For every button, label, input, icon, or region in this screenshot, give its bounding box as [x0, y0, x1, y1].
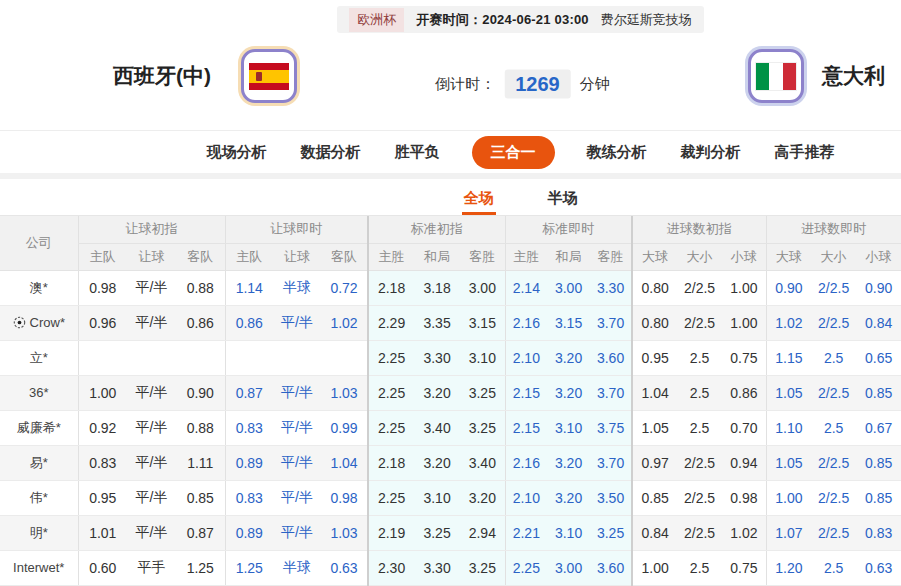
company-cell: 伟* — [0, 480, 78, 515]
sub-header: 主队 — [78, 243, 127, 270]
company-name: 36* — [29, 385, 49, 400]
countdown-label: 倒计时： — [435, 75, 495, 94]
ball-icon — [13, 315, 30, 330]
odds-value: 0.72 — [321, 270, 368, 305]
odds-value: 3.10 — [460, 340, 505, 375]
sub-header: 和局 — [547, 243, 590, 270]
odds-value: 1.05 — [766, 375, 811, 410]
sub-header: 小球 — [856, 243, 901, 270]
sub-header: 让球 — [127, 243, 176, 270]
odds-value: 3.00 — [460, 270, 505, 305]
sub-header: 大小 — [677, 243, 722, 270]
nav-tab-coach-analysis[interactable]: 教练分析 — [585, 136, 649, 169]
odds-value: 0.75 — [722, 340, 766, 375]
odds-row: 36*1.00平/半0.900.87平/半1.032.253.203.252.1… — [0, 375, 901, 410]
odds-value: 2.5 — [811, 340, 856, 375]
odds-value: 2.21 — [505, 515, 547, 550]
odds-value: 2.14 — [505, 270, 547, 305]
odds-value: 1.02 — [722, 515, 766, 550]
odds-value: 0.87 — [176, 515, 225, 550]
odds-value: 3.40 — [414, 410, 460, 445]
odds-value: 0.65 — [856, 340, 901, 375]
company-cell: Interwet* — [0, 550, 78, 585]
odds-table: 公司让球初指让球即时标准初指标准即时进球数初指进球数即时主队让球客队主队让球客队… — [0, 216, 901, 586]
odds-value: 1.00 — [78, 375, 127, 410]
odds-value: 2.15 — [505, 375, 547, 410]
tab-half-match[interactable]: 半场 — [546, 189, 580, 215]
sub-header: 和局 — [414, 243, 460, 270]
odds-row: 伟*0.95平/半0.850.83平/半0.982.253.103.202.10… — [0, 480, 901, 515]
sub-header: 主胜 — [505, 243, 547, 270]
odds-value: 3.70 — [590, 375, 632, 410]
nav-tab-data-analysis[interactable]: 数据分析 — [299, 136, 363, 169]
odds-value: 0.95 — [632, 340, 677, 375]
odds-value: 3.30 — [414, 550, 460, 585]
odds-value: 1.04 — [321, 445, 368, 480]
odds-value: 2.5 — [811, 550, 856, 585]
nav-tab-referee-analysis[interactable]: 裁判分析 — [679, 136, 743, 169]
odds-value: 2.16 — [505, 305, 547, 340]
odds-value: 0.88 — [176, 410, 225, 445]
odds-value: 0.85 — [176, 480, 225, 515]
odds-value: 平/半 — [273, 515, 321, 550]
nav-tab-three-in-one[interactable]: 三合一 — [472, 136, 555, 169]
odds-value: 3.20 — [414, 375, 460, 410]
odds-value: 1.25 — [176, 550, 225, 585]
odds-value: 0.80 — [632, 270, 677, 305]
odds-value: 2.5 — [677, 375, 722, 410]
scope-tabs-bar: 全场半场 — [0, 179, 901, 216]
odds-value: 平/半 — [273, 445, 321, 480]
odds-value: 1.04 — [632, 375, 677, 410]
odds-value: 0.99 — [321, 410, 368, 445]
group-header-goals-initial: 进球数初指 — [632, 216, 766, 243]
odds-value: 0.86 — [722, 375, 766, 410]
odds-value — [225, 340, 273, 375]
odds-value: 3.10 — [414, 480, 460, 515]
odds-value: 3.30 — [414, 340, 460, 375]
odds-value: 0.97 — [632, 445, 677, 480]
odds-value: 0.83 — [856, 515, 901, 550]
nav-tab-win-draw-lose[interactable]: 胜平负 — [393, 136, 442, 169]
odds-value: 1.02 — [321, 305, 368, 340]
odds-value: 3.25 — [460, 410, 505, 445]
odds-value: 0.60 — [78, 550, 127, 585]
nav-tab-expert-picks[interactable]: 高手推荐 — [773, 136, 837, 169]
company-name: 明* — [30, 525, 48, 540]
tab-full-match[interactable]: 全场 — [462, 189, 496, 215]
home-team: 西班牙(中) — [113, 49, 297, 103]
odds-value: 1.07 — [766, 515, 811, 550]
odds-value: 0.85 — [632, 480, 677, 515]
odds-row: 明*1.01平/半0.870.89平/半1.032.193.252.942.21… — [0, 515, 901, 550]
odds-value: 2.94 — [460, 515, 505, 550]
odds-value: 平/半 — [127, 480, 176, 515]
venue: 费尔廷斯竞技场 — [601, 11, 692, 29]
away-team-name: 意大利 — [822, 62, 885, 90]
away-flag-box — [748, 49, 804, 103]
league-badge: 欧洲杯 — [349, 8, 404, 32]
company-name: 澳* — [30, 280, 48, 295]
odds-value: 2/2.5 — [677, 445, 722, 480]
odds-value: 1.14 — [225, 270, 273, 305]
sub-header: 客胜 — [460, 243, 505, 270]
odds-value: 平/半 — [273, 375, 321, 410]
nav-tab-live-analysis[interactable]: 现场分析 — [205, 136, 269, 169]
company-name: 伟* — [30, 490, 48, 505]
company-cell: 威廉希* — [0, 410, 78, 445]
spain-flag-icon — [249, 63, 289, 90]
odds-value: 平/半 — [127, 445, 176, 480]
odds-value: 平/半 — [127, 305, 176, 340]
odds-value: 0.86 — [176, 305, 225, 340]
odds-value: 3.20 — [547, 445, 590, 480]
odds-value: 2/2.5 — [811, 445, 856, 480]
page: 欧洲杯 开赛时间：2024-06-21 03:00 费尔廷斯竞技场 西班牙(中)… — [0, 0, 901, 586]
odds-value: 0.84 — [632, 515, 677, 550]
sub-header: 大球 — [766, 243, 811, 270]
odds-value — [176, 340, 225, 375]
odds-value: 3.15 — [460, 305, 505, 340]
odds-value: 0.63 — [321, 550, 368, 585]
sub-header: 主胜 — [368, 243, 414, 270]
odds-value: 平/半 — [127, 410, 176, 445]
odds-value: 3.18 — [414, 270, 460, 305]
odds-value: 1.02 — [766, 305, 811, 340]
countdown: 倒计时： 1269 分钟 — [435, 70, 610, 99]
